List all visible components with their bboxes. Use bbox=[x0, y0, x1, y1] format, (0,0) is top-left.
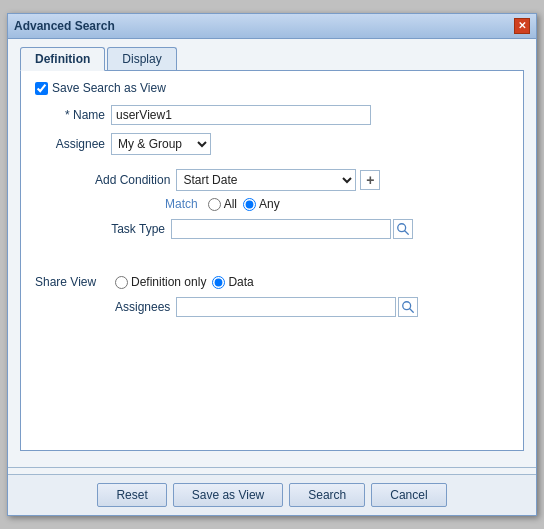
svg-line-3 bbox=[410, 309, 414, 313]
save-as-view-checkbox[interactable] bbox=[35, 82, 48, 95]
name-row: * Name bbox=[35, 105, 509, 125]
add-condition-label: Add Condition bbox=[95, 173, 170, 187]
tab-definition[interactable]: Definition bbox=[20, 47, 105, 71]
assignee-select[interactable]: My & Group All Me My Group bbox=[111, 133, 211, 155]
task-type-row: Task Type bbox=[35, 219, 509, 239]
match-all-radio[interactable] bbox=[208, 198, 221, 211]
save-as-view-button[interactable]: Save as View bbox=[173, 483, 284, 507]
add-condition-button[interactable]: + bbox=[360, 170, 380, 190]
share-view-row: Share View Definition only Data bbox=[35, 275, 509, 289]
close-button[interactable]: ✕ bbox=[514, 18, 530, 34]
tab-bar: Definition Display bbox=[20, 47, 524, 71]
tab-display[interactable]: Display bbox=[107, 47, 176, 70]
match-any-label: Any bbox=[259, 197, 280, 211]
assignee-label: Assignee bbox=[35, 137, 105, 151]
share-data-label: Data bbox=[228, 275, 253, 289]
advanced-search-dialog: Advanced Search ✕ Definition Display Sav… bbox=[7, 13, 537, 516]
cancel-button[interactable]: Cancel bbox=[371, 483, 446, 507]
save-as-view-label[interactable]: Save Search as View bbox=[52, 81, 166, 95]
match-all-label: All bbox=[224, 197, 237, 211]
match-row: Match All Any bbox=[35, 197, 509, 211]
share-radio-group: Definition only Data bbox=[115, 275, 254, 289]
add-condition-row: Add Condition Start Date End Date Status… bbox=[35, 169, 509, 191]
name-label: * Name bbox=[35, 108, 105, 122]
share-data-option[interactable]: Data bbox=[212, 275, 253, 289]
assignees-row: Assignees bbox=[35, 297, 509, 317]
assignees-input[interactable] bbox=[176, 297, 396, 317]
reset-button[interactable]: Reset bbox=[97, 483, 166, 507]
match-any-option[interactable]: Any bbox=[243, 197, 280, 211]
save-as-view-row: Save Search as View bbox=[35, 81, 509, 95]
svg-line-1 bbox=[405, 231, 409, 235]
share-definition-radio[interactable] bbox=[115, 276, 128, 289]
task-type-label: Task Type bbox=[95, 222, 165, 236]
search-button[interactable]: Search bbox=[289, 483, 365, 507]
share-definition-only-option[interactable]: Definition only bbox=[115, 275, 206, 289]
task-type-search-button[interactable] bbox=[393, 219, 413, 239]
share-data-radio[interactable] bbox=[212, 276, 225, 289]
share-definition-label: Definition only bbox=[131, 275, 206, 289]
dialog-title: Advanced Search bbox=[14, 19, 115, 33]
match-radio-group: All Any bbox=[208, 197, 280, 211]
name-input[interactable] bbox=[111, 105, 371, 125]
task-type-input[interactable] bbox=[171, 219, 391, 239]
content-area: Save Search as View * Name Assignee My &… bbox=[20, 71, 524, 451]
search-icon-2 bbox=[401, 300, 415, 314]
dialog-body: Definition Display Save Search as View *… bbox=[8, 39, 536, 457]
condition-select[interactable]: Start Date End Date Status Priority Task… bbox=[176, 169, 356, 191]
footer-separator bbox=[8, 467, 536, 468]
match-all-option[interactable]: All bbox=[208, 197, 237, 211]
match-any-radio[interactable] bbox=[243, 198, 256, 211]
assignee-row: Assignee My & Group All Me My Group bbox=[35, 133, 509, 155]
dialog-titlebar: Advanced Search ✕ bbox=[8, 14, 536, 39]
match-label: Match bbox=[165, 197, 198, 211]
assignees-label: Assignees bbox=[115, 300, 170, 314]
search-icon bbox=[396, 222, 410, 236]
share-view-label: Share View bbox=[35, 275, 105, 289]
assignees-search-button[interactable] bbox=[398, 297, 418, 317]
footer: Reset Save as View Search Cancel bbox=[8, 474, 536, 515]
